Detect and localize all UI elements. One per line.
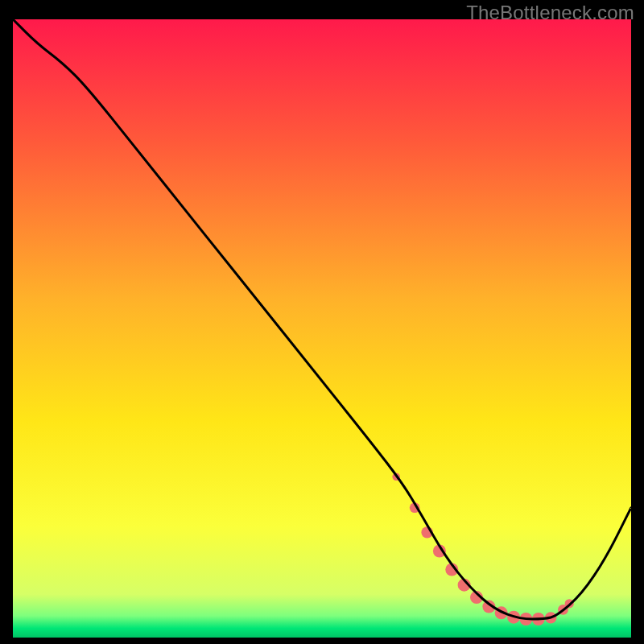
chart-frame: [13, 19, 631, 638]
chart-svg: [13, 19, 631, 638]
watermark-text: TheBottleneck.com: [466, 2, 634, 24]
